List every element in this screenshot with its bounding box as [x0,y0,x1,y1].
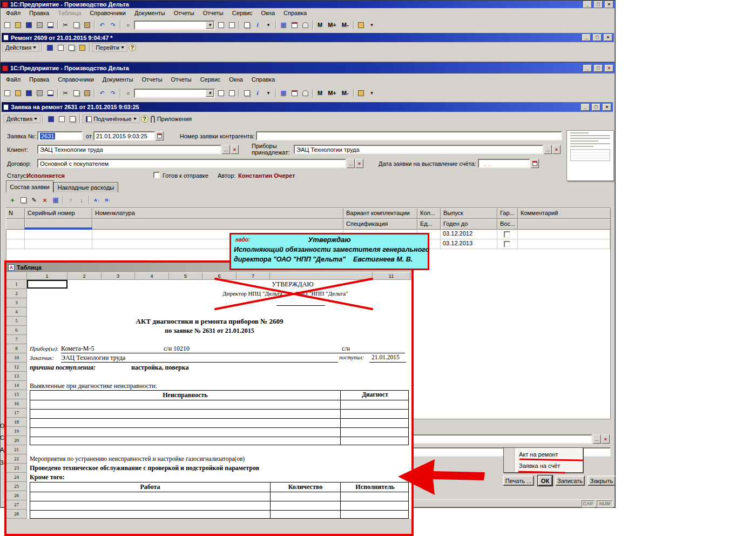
sheet-row-header[interactable]: 10 [6,353,27,363]
ready-to-send-checkbox[interactable] [153,172,160,178]
devices-owner-field[interactable]: ЭАЦ Технологии труда [294,145,543,154]
menu-item[interactable]: Файл [2,8,25,18]
print-button[interactable]: Печать ... [503,475,534,486]
menu-item[interactable]: Правка [25,8,53,18]
restore-button[interactable] [594,65,603,72]
document-title-bar[interactable]: Ремонт 2609 от 21.01.2015 9:04:47 * [2,33,614,42]
menu-item[interactable]: Документы [130,8,170,18]
memory-recall-button[interactable]: М [315,22,325,28]
col-header-serial[interactable]: Серийный номер [25,208,92,219]
print-preview-icon[interactable] [45,21,55,29]
memory-minus-button[interactable]: М- [340,22,351,28]
post-doc-icon[interactable] [77,43,87,52]
close-button[interactable] [605,65,613,72]
sheet-col-header[interactable]: 3 [102,272,135,280]
warranty-checkbox[interactable] [504,231,510,238]
memory-minus-button[interactable]: М- [340,90,351,96]
list-view-icon[interactable] [51,196,60,204]
combo-drop-icon[interactable] [206,90,214,97]
help-icon[interactable] [129,44,136,51]
goto-button[interactable]: Перейти [92,43,127,52]
search-input[interactable] [134,21,215,30]
copy-doc-icon[interactable] [68,115,77,123]
paste-icon[interactable] [82,21,92,29]
sheet-row-header[interactable]: 14 [6,381,27,390]
key-icon[interactable] [356,21,366,29]
cut-icon[interactable] [60,89,70,97]
sheet-row-header[interactable]: 13 [6,372,27,381]
new-document-icon[interactable] [2,89,12,97]
doc-restore-button[interactable] [592,104,600,111]
menu-item[interactable]: Файл [2,75,25,84]
actions-button[interactable]: Действия [3,115,40,123]
table-row-cell[interactable] [6,239,25,249]
contract-clear-button[interactable]: × [355,159,363,168]
sort-desc-icon[interactable] [103,196,112,204]
save-icon[interactable] [24,21,33,29]
sheet-row-header[interactable]: 7 [6,335,27,344]
new-document-icon[interactable] [2,21,12,29]
col-subheader-unit[interactable]: Ед... [417,219,441,230]
save-button[interactable]: Записать [555,475,585,486]
attachments-label[interactable]: Приложения [157,116,192,122]
print-preview-icon[interactable] [45,89,55,97]
sheet-row-header[interactable]: 1 [6,280,27,289]
memory-plus-button[interactable]: М+ [326,90,339,96]
calendar-picker-button[interactable] [156,131,164,140]
add-row-icon[interactable] [8,196,17,204]
sort-asc-icon[interactable] [92,196,102,204]
table-row-cell[interactable] [25,230,92,239]
sheet-row-header[interactable]: 18 [6,418,27,427]
close-button[interactable] [605,1,613,8]
invoice-calendar-button[interactable] [531,159,539,168]
selected-cell[interactable] [27,280,68,289]
key-icon[interactable] [356,89,366,97]
minimize-button[interactable] [583,1,592,8]
request-no-field[interactable]: 2631 [37,131,83,140]
sheet-col-header[interactable]: 6 [202,272,237,280]
table-row-cell[interactable] [6,230,25,239]
users-icon[interactable] [300,89,310,97]
copy-icon[interactable] [71,21,81,29]
copy-doc-icon[interactable] [66,43,76,52]
col-subheader-valid[interactable]: Годен до [441,219,497,230]
contract-select-button[interactable]: ... [347,159,355,168]
reread-icon[interactable] [45,43,55,52]
menu-item[interactable]: Справочники [53,75,98,84]
menu-item[interactable]: Таблица [53,8,85,18]
dropdown-icon[interactable] [264,21,273,29]
structure-icon[interactable] [56,43,65,52]
sheet-row-header[interactable]: 3 [6,298,27,307]
sheet-row-header[interactable]: 24 [6,473,27,482]
minimize-button[interactable] [583,65,592,72]
table-row-cell[interactable] [25,239,92,249]
sheet-row-header[interactable]: 8 [6,344,27,353]
save-icon[interactable] [24,89,33,97]
warranty-checkbox[interactable] [504,241,510,247]
valid-until-cell[interactable]: 03.12.2013 [441,239,497,249]
undo-icon[interactable] [97,21,107,29]
menu-item[interactable]: Справка [279,8,311,18]
comment-cell[interactable] [518,230,610,239]
open-icon[interactable] [13,89,23,97]
open-icon[interactable] [13,21,23,29]
tab-overhead-costs[interactable]: Накладные расходы [53,182,118,192]
doc-minimize-button[interactable] [581,104,590,111]
table-icon[interactable] [279,89,288,97]
structure-icon[interactable] [57,115,66,123]
menu-item[interactable]: Окна [256,8,279,18]
sheet-col-header[interactable]: 11 [373,272,410,280]
memory-plus-button[interactable]: М+ [326,22,339,28]
sheet-row-header[interactable]: 4 [6,307,27,317]
doc-restore-button[interactable] [593,34,602,41]
find-next-icon[interactable] [216,89,226,97]
maximize-button[interactable] [594,1,603,8]
users-icon[interactable] [300,21,310,29]
menu-item[interactable]: Правка [25,75,53,84]
move-down-icon[interactable] [77,196,86,204]
sheet-row-header[interactable]: 15 [6,390,27,399]
redo-icon[interactable] [108,89,118,97]
sheet-row-header[interactable]: 17 [6,408,27,418]
sheet-row-header[interactable]: 26 [6,491,27,500]
close-form-button[interactable]: Закрыть [588,475,616,486]
